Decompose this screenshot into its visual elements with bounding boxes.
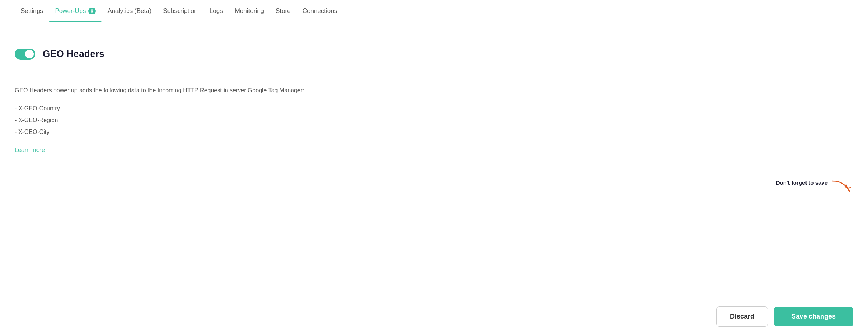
geo-headers-toggle[interactable]: [15, 49, 35, 60]
dont-forget-text: Don't forget to save: [776, 180, 828, 186]
geo-list: - X-GEO-Country - X-GEO-Region - X-GEO-C…: [15, 103, 853, 138]
tab-monitoring[interactable]: Monitoring: [229, 0, 270, 22]
tab-settings-label: Settings: [21, 7, 43, 15]
page-wrapper: Settings Power-Ups 6 Analytics (Beta) Su…: [0, 0, 868, 334]
save-reminder: Don't forget to save: [15, 168, 853, 198]
list-item: - X-GEO-City: [15, 126, 853, 138]
discard-button[interactable]: Discard: [716, 306, 768, 327]
tab-subscription[interactable]: Subscription: [157, 0, 204, 22]
reminder-arrow-icon: [831, 180, 853, 194]
tab-powerups-label: Power-Ups: [55, 7, 86, 15]
save-changes-button[interactable]: Save changes: [774, 307, 853, 326]
description-section: GEO Headers power up adds the following …: [15, 71, 853, 168]
description-text: GEO Headers power up adds the following …: [15, 86, 853, 95]
tab-navigation: Settings Power-Ups 6 Analytics (Beta) Su…: [0, 0, 868, 22]
tab-settings[interactable]: Settings: [15, 0, 49, 22]
list-item: - X-GEO-Region: [15, 114, 853, 126]
tab-connections-label: Connections: [303, 7, 338, 15]
learn-more-link[interactable]: Learn more: [15, 147, 45, 153]
tab-logs-label: Logs: [209, 7, 223, 15]
section-header: GEO Headers: [15, 37, 853, 71]
tab-monitoring-label: Monitoring: [235, 7, 264, 15]
tab-store-label: Store: [276, 7, 291, 15]
tab-connections[interactable]: Connections: [297, 0, 343, 22]
tab-powerups[interactable]: Power-Ups 6: [49, 0, 102, 22]
section-title: GEO Headers: [43, 48, 105, 60]
footer-bar: Discard Save changes: [0, 299, 868, 334]
tab-analytics[interactable]: Analytics (Beta): [102, 0, 157, 22]
tab-store[interactable]: Store: [270, 0, 297, 22]
powerups-badge: 6: [88, 8, 96, 14]
toggle-track[interactable]: [15, 49, 35, 60]
tab-subscription-label: Subscription: [163, 7, 198, 15]
list-item: - X-GEO-Country: [15, 103, 853, 114]
toggle-thumb: [25, 50, 34, 58]
tab-logs[interactable]: Logs: [204, 0, 229, 22]
tab-analytics-label: Analytics (Beta): [107, 7, 151, 15]
main-content: GEO Headers GEO Headers power up adds th…: [0, 22, 868, 198]
